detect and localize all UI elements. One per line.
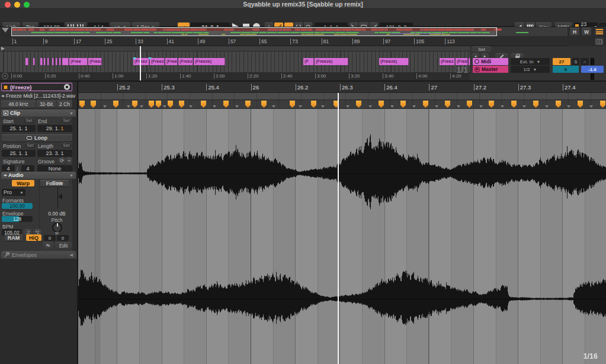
arrangement-clip[interactable]: (Freez (456, 58, 468, 65)
transient-marker[interactable] (213, 105, 216, 108)
transient-marker[interactable] (103, 105, 107, 108)
time-ruler[interactable]: 0:000:200:401:001:201:402:002:202:403:00… (0, 72, 470, 80)
envelopes-footer[interactable]: Envelopes ◀ (1, 251, 76, 259)
arrangement-view-button[interactable] (595, 28, 604, 35)
warp-marker[interactable] (261, 101, 267, 108)
warp-marker[interactable] (201, 101, 206, 108)
selection-handle[interactable] (133, 57, 136, 60)
transient-marker[interactable] (390, 105, 394, 108)
midi-track-lane[interactable]: (Free(Freez(Freez(Freez(Free(Freez(Freez… (0, 58, 470, 65)
arrangement-clip[interactable] (62, 58, 69, 65)
warp-marker[interactable] (356, 101, 361, 108)
arrangement-clip[interactable]: (Freez (178, 58, 193, 65)
transient-marker[interactable] (127, 105, 130, 108)
warp-marker[interactable] (400, 101, 406, 108)
arrangement-clip[interactable]: (Freez (88, 58, 102, 65)
arrangement-clip[interactable]: (Free (165, 58, 178, 65)
arm-button[interactable]: 27 (553, 58, 570, 65)
optimize-height-button[interactable]: H (570, 28, 579, 36)
arrangement-clip[interactable] (25, 58, 28, 65)
warp-marker[interactable] (113, 101, 118, 108)
warp-marker[interactable] (467, 101, 472, 108)
arrangement-clip[interactable] (44, 58, 46, 65)
editor-beat-ruler[interactable]: 25.225.325.42626.226.326.42727.227.327.4 (78, 82, 606, 93)
selection-handle[interactable] (148, 57, 152, 60)
warp-marker[interactable] (79, 101, 85, 108)
transient-marker[interactable] (140, 105, 143, 108)
warp-marker[interactable] (179, 101, 184, 108)
warp-marker[interactable] (578, 101, 583, 108)
sample-file-row[interactable]: ◂▸ Freeze Midi [2...112433]-2.wav (1, 92, 72, 99)
arrangement-clip[interactable] (469, 58, 470, 65)
set-length-button[interactable]: Set (61, 143, 72, 148)
transient-marker[interactable] (346, 105, 350, 108)
arrangement-clip[interactable]: (Freez (150, 58, 165, 65)
warp-marker[interactable] (533, 101, 538, 108)
warp-marker[interactable] (132, 101, 137, 108)
solo-button[interactable]: S (572, 58, 579, 65)
arrangement-clip[interactable] (56, 58, 57, 65)
transient-marker[interactable] (412, 105, 416, 108)
loop-toggle-button[interactable]: Loop (2, 134, 72, 141)
audio-section-header[interactable]: ◂▸ Audio ▼ (1, 172, 76, 179)
clip-section-header[interactable]: ▸ Clip ▼ (1, 109, 76, 117)
arrangement-clip[interactable]: (Freeze) (194, 58, 225, 65)
warp-marker[interactable] (489, 101, 494, 108)
transient-marker[interactable] (457, 105, 460, 108)
transient-marker[interactable] (545, 105, 549, 108)
transient-marker[interactable] (321, 105, 325, 108)
warp-marker[interactable] (445, 101, 450, 108)
pitch-fine-field[interactable]: 0 (57, 235, 69, 241)
volume-field[interactable]: -1.6 (581, 66, 604, 73)
transient-marker[interactable] (589, 105, 593, 108)
arrangement-clip[interactable] (47, 58, 49, 65)
loop-length-field[interactable]: 23. 3. 1 (37, 150, 72, 157)
master-track-lane[interactable] (0, 65, 470, 72)
editor-loop-band[interactable] (78, 93, 606, 100)
warp-button[interactable]: Warp (12, 180, 34, 186)
locator-lane[interactable] (0, 51, 470, 58)
set-position-button[interactable]: Set (25, 143, 36, 148)
arrangement-clip[interactable] (52, 58, 54, 65)
arrangement-clip[interactable] (40, 58, 43, 65)
clip-color-swatch[interactable] (4, 85, 8, 89)
warp-marker[interactable] (290, 101, 295, 108)
arrangement-clip[interactable] (33, 58, 35, 65)
arrangement-clip[interactable] (59, 58, 61, 65)
cue-button[interactable]: ∩ (581, 58, 589, 65)
warp-marker[interactable] (156, 101, 161, 108)
arrangement-clip[interactable]: (Freeze) (379, 58, 409, 65)
transient-marker[interactable] (189, 105, 193, 108)
transient-marker[interactable] (567, 105, 570, 108)
track-header-midi[interactable]: Midi (473, 58, 508, 65)
warp-marker[interactable] (556, 101, 561, 108)
arrangement-clip[interactable]: (Freeze) (315, 58, 348, 65)
warp-marker[interactable] (423, 101, 428, 108)
revert-sample-button[interactable]: ⇆ (43, 242, 53, 249)
transient-marker[interactable] (235, 105, 239, 108)
arrangement-overview[interactable] (11, 27, 567, 36)
transient-marker[interactable] (522, 105, 526, 108)
edit-sample-button[interactable]: Edit (55, 242, 72, 249)
transient-marker[interactable] (435, 105, 438, 108)
transient-marker[interactable] (368, 105, 372, 108)
transient-marker[interactable] (163, 105, 166, 108)
waveform-display[interactable] (78, 109, 606, 364)
ram-button[interactable]: RAM (5, 234, 23, 241)
set-end-button[interactable]: Set (61, 118, 72, 123)
sample-editor[interactable]: 25.225.325.42626.226.326.42727.227.327.4… (78, 82, 606, 364)
warp-marker[interactable] (511, 101, 517, 108)
scrub-area[interactable] (0, 46, 470, 51)
set-locator-button[interactable]: Set (472, 46, 492, 52)
arrangement-clip[interactable]: (F (303, 58, 314, 65)
midi-input-chooser[interactable]: Ext. In ▼ (511, 58, 550, 65)
warp-marker[interactable] (223, 101, 229, 108)
follow-playhead-icon[interactable]: ≈ (2, 73, 8, 79)
set-start-button[interactable]: Set (24, 118, 34, 123)
gain-slider-handle[interactable] (58, 194, 62, 199)
transient-marker[interactable] (272, 105, 275, 108)
warp-marker[interactable] (91, 101, 96, 108)
clip-start-field[interactable]: 25. 1. 1 (2, 125, 36, 132)
track-activator-icon[interactable] (474, 59, 479, 64)
transient-marker[interactable] (501, 105, 504, 108)
